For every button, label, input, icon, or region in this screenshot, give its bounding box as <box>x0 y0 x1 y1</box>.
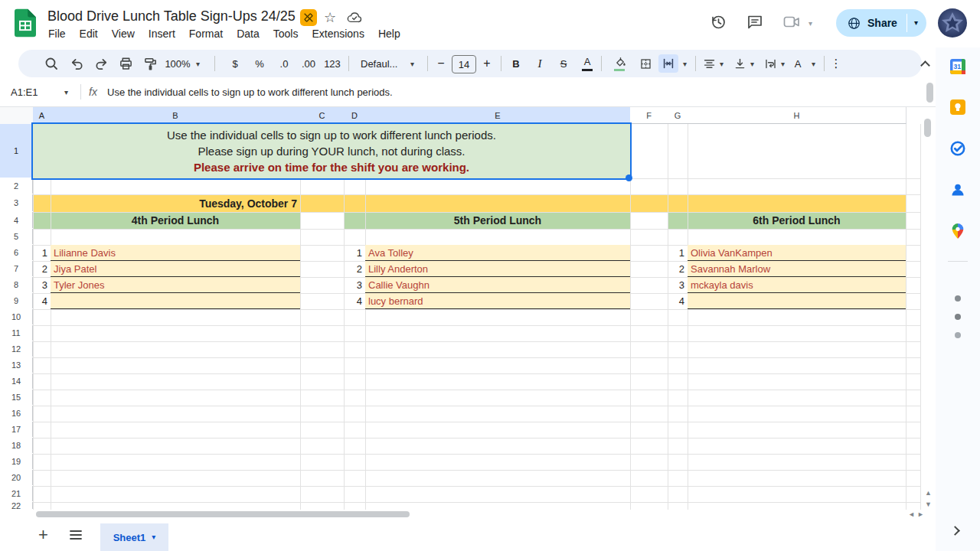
row-header-22[interactable]: 22 <box>0 502 33 509</box>
search-icon[interactable] <box>42 50 60 77</box>
menu-help[interactable]: Help <box>371 25 407 42</box>
row-header-14[interactable]: 14 <box>0 373 33 389</box>
row-header-6[interactable]: 6 <box>0 245 33 260</box>
number-format-button[interactable]: 123 <box>322 50 343 77</box>
signup-name-cell[interactable]: lucy bernard <box>365 293 630 309</box>
horizontal-scrollbar-thumb[interactable] <box>36 511 410 517</box>
signup-name-cell[interactable] <box>688 293 906 309</box>
video-call-icon[interactable] <box>782 14 801 31</box>
format-currency-button[interactable]: $ <box>227 50 243 77</box>
vertical-align-icon[interactable] <box>730 50 749 77</box>
horizontal-align-icon[interactable] <box>700 50 718 77</box>
slot-number-cell[interactable]: 2 <box>344 261 365 277</box>
row-header-5[interactable]: 5 <box>0 229 33 244</box>
slot-number-cell[interactable]: 4 <box>668 293 688 309</box>
share-button[interactable]: Share ▾ <box>836 9 926 37</box>
sheets-logo-icon[interactable] <box>15 8 36 37</box>
row-header-11[interactable]: 11 <box>0 325 33 341</box>
merge-cells-button[interactable] <box>658 54 678 73</box>
name-box-caret-icon[interactable]: ▾ <box>64 89 68 96</box>
tasks-icon[interactable] <box>949 139 967 158</box>
slot-number-cell[interactable]: 3 <box>33 277 51 293</box>
spreadsheet-grid[interactable]: ABCDEFGH 1234567891011121314151617181920… <box>0 107 921 510</box>
row-header-13[interactable]: 13 <box>0 357 33 373</box>
redo-icon[interactable] <box>92 50 110 77</box>
select-all-corner[interactable] <box>0 107 34 125</box>
expand-side-panel-icon[interactable] <box>952 523 959 537</box>
maps-icon[interactable] <box>949 222 967 240</box>
italic-button[interactable]: I <box>532 50 547 77</box>
cell-b4-section-title[interactable]: 4th Period Lunch <box>51 212 300 228</box>
text-wrap-icon[interactable] <box>761 50 779 77</box>
fill-color-icon[interactable] <box>611 48 629 76</box>
version-history-icon[interactable] <box>709 13 727 31</box>
signup-name-cell[interactable]: Callie Vaughn <box>365 277 630 293</box>
column-header-f[interactable]: F <box>630 107 668 124</box>
row-header-2[interactable]: 2 <box>0 178 33 194</box>
paint-format-icon[interactable] <box>141 50 159 77</box>
name-box[interactable]: A1:E1 <box>11 78 38 106</box>
scroll-down-icon[interactable]: ▼ <box>925 501 932 508</box>
font-caret-icon[interactable]: ▾ <box>410 60 414 68</box>
slot-number-cell[interactable]: 1 <box>33 245 51 261</box>
share-caret-icon[interactable]: ▾ <box>914 19 918 27</box>
scroll-right-icon[interactable]: ► <box>917 511 924 518</box>
keep-icon[interactable] <box>949 98 967 116</box>
menu-insert[interactable]: Insert <box>142 25 182 42</box>
more-toolbar-icon[interactable]: ⋮ <box>828 50 844 77</box>
row-header-15[interactable]: 15 <box>0 390 33 405</box>
sheet-tab-active[interactable]: Sheet1 ▾ <box>100 523 168 551</box>
decrease-decimal-button[interactable]: .0 <box>276 50 292 77</box>
menu-view[interactable]: View <box>105 25 142 42</box>
comment-icon[interactable] <box>746 13 764 31</box>
menu-data[interactable]: Data <box>230 25 266 42</box>
text-rotation-caret-icon[interactable]: ▾ <box>812 60 815 68</box>
slot-number-cell[interactable]: 1 <box>668 245 688 261</box>
column-header-h[interactable]: H <box>688 107 906 124</box>
cell-e4-section-title[interactable]: 5th Period Lunch <box>365 212 630 228</box>
row-header-19[interactable]: 19 <box>0 454 33 469</box>
avatar[interactable] <box>938 8 967 37</box>
menu-tools[interactable]: Tools <box>266 25 305 42</box>
slot-number-cell[interactable]: 4 <box>33 293 51 309</box>
signup-name-cell[interactable]: Olivia VanKampen <box>688 245 906 261</box>
row-header-21[interactable]: 21 <box>0 486 33 501</box>
row-header-12[interactable]: 12 <box>0 341 33 357</box>
sheet-tab-caret-icon[interactable]: ▾ <box>152 533 155 541</box>
row-header-7[interactable]: 7 <box>0 261 33 276</box>
row-header-18[interactable]: 18 <box>0 438 33 453</box>
cloud-status-icon[interactable] <box>346 11 363 24</box>
format-percent-button[interactable]: % <box>251 50 268 77</box>
column-header-g[interactable]: G <box>668 107 688 124</box>
calendar-icon[interactable]: 31 <box>949 57 967 76</box>
scroll-up-icon[interactable]: ▲ <box>925 490 932 497</box>
zoom-caret-icon[interactable]: ▾ <box>196 60 200 68</box>
all-sheets-icon[interactable] <box>69 529 83 541</box>
collapse-toolbar-icon[interactable] <box>916 50 934 77</box>
row-header-8[interactable]: 8 <box>0 277 33 292</box>
menu-edit[interactable]: Edit <box>73 25 105 42</box>
row-header-9[interactable]: 9 <box>0 293 33 308</box>
column-header-e[interactable]: E <box>365 107 631 124</box>
signup-name-cell[interactable]: mckayla davis <box>688 277 906 293</box>
increase-font-size-button[interactable]: + <box>479 50 495 77</box>
cell-h4-section-title[interactable]: 6th Period Lunch <box>688 212 906 228</box>
strikethrough-button[interactable]: S <box>556 50 571 77</box>
formula-bar-scrollbar[interactable] <box>926 83 933 103</box>
horizontal-align-caret-icon[interactable]: ▾ <box>720 60 724 68</box>
menu-format[interactable]: Format <box>182 25 230 42</box>
merge-caret-icon[interactable]: ▾ <box>683 60 687 68</box>
row-header-17[interactable]: 17 <box>0 422 33 437</box>
row-header-3[interactable]: 3 <box>0 194 33 211</box>
selection-fill-handle[interactable] <box>626 174 632 181</box>
star-icon[interactable]: ☆ <box>324 9 336 26</box>
signup-name-cell[interactable] <box>51 293 300 309</box>
text-wrap-caret-icon[interactable]: ▾ <box>781 60 785 68</box>
horizontal-scrollbar[interactable]: ◄ ► <box>0 510 936 519</box>
column-header-a[interactable]: A <box>33 107 51 124</box>
font-select[interactable]: Defaul... <box>358 50 408 77</box>
column-header-c[interactable]: C <box>300 107 345 124</box>
signup-name-cell[interactable]: Savannah Marlow <box>688 261 906 277</box>
menu-file[interactable]: File <box>41 25 73 42</box>
vertical-scrollbar[interactable]: ▲ ▼ <box>921 107 936 510</box>
